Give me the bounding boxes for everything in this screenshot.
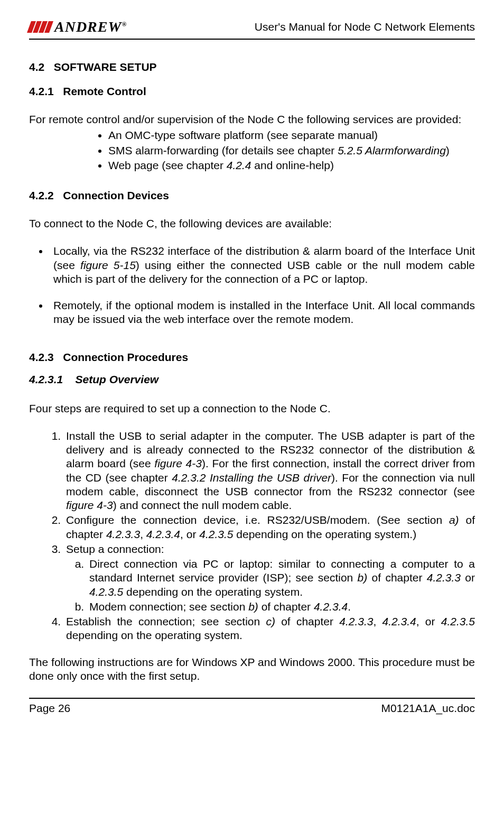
s422-bullets: Locally, via the RS232 interface of the … [29, 244, 475, 326]
s4231-step-1: Install the USB to serial adapter in the… [64, 429, 475, 513]
header-title: User's Manual for Node C Network Element… [255, 21, 475, 33]
page-header: ANDREW® User's Manual for Node C Network… [29, 19, 475, 40]
s421-bullet-2: SMS alarm-forwarding (for details see ch… [108, 144, 475, 158]
logo-stripes-icon [27, 21, 53, 33]
s422-bullet-2: Remotely, if the optional modem is insta… [49, 299, 475, 327]
s4231-step-4: Establish the connection; see section c)… [64, 615, 475, 643]
footer-doc: M0121A1A_uc.doc [381, 702, 475, 715]
s421-bullet-1: An OMC-type software platform (see separ… [108, 128, 475, 142]
section-4-2-3-1: 4.2.3.1 Setup Overview [29, 373, 475, 386]
page-footer: Page 26 M0121A1A_uc.doc [29, 698, 475, 715]
s421-bullet-3: Web page (see chapter 4.2.4 and online-h… [108, 159, 475, 172]
logo-text: ANDREW® [54, 19, 127, 35]
logo: ANDREW® [29, 19, 127, 35]
s421-bullets: An OMC-type software platform (see separ… [29, 128, 475, 172]
footer-page: Page 26 [29, 702, 70, 715]
s4231-steps: Install the USB to serial adapter in the… [29, 429, 475, 643]
s421-intro: For remote control and/or supervision of… [29, 113, 475, 126]
s4231-intro: Four steps are required to set up a conn… [29, 402, 475, 415]
s4231-step-3: Setup a connection: Direct connection vi… [64, 542, 475, 614]
s422-bullet-1: Locally, via the RS232 interface of the … [49, 244, 475, 286]
s4231-step-2: Configure the connection device, i.e. RS… [64, 513, 475, 541]
section-4-2-1: 4.2.1 Remote Control [29, 85, 475, 98]
s4231-step-3-sub: Direct connection via PC or laptop: simi… [66, 557, 475, 614]
section-4-2-3: 4.2.3 Connection Procedures [29, 351, 475, 364]
s4231-step-3a: Direct connection via PC or laptop: simi… [87, 557, 475, 599]
section-4-2-2: 4.2.2 Connection Devices [29, 189, 475, 202]
s422-intro: To connect to the Node C, the following … [29, 217, 475, 230]
s4231-step-3b: Modem connection; see section b) of chap… [87, 600, 475, 614]
s4231-outro: The following instructions are for Windo… [29, 655, 475, 683]
section-4-2: 4.2 SOFTWARE SETUP [29, 61, 475, 73]
